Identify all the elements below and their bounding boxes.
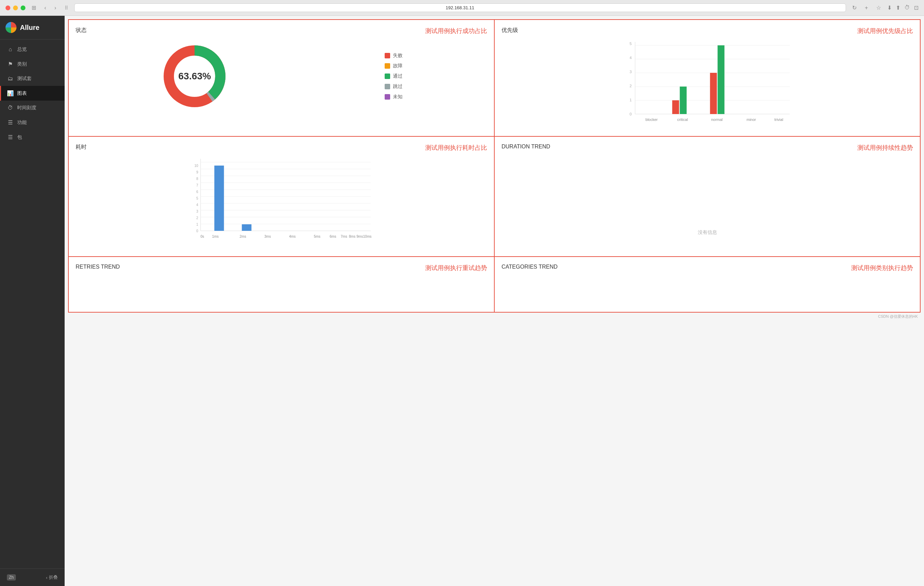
legend-unknown: 未知 bbox=[384, 94, 403, 100]
download-icon[interactable]: ⬇ bbox=[887, 5, 892, 11]
sidebar-item-suites[interactable]: 🗂 测试套 bbox=[0, 71, 64, 86]
back-button[interactable]: ‹ bbox=[42, 4, 48, 12]
svg-text:6: 6 bbox=[196, 190, 198, 194]
retries-trend-title: RETRIES TREND bbox=[76, 264, 120, 270]
sidebar-logo: Allure bbox=[0, 16, 64, 40]
add-tab-button[interactable]: + bbox=[863, 4, 870, 12]
credit-text: CSDN @信爱休息的HK bbox=[878, 314, 918, 318]
categories-trend-card: CATEGORIES TREND 测试用例类别执行趋势 bbox=[495, 257, 920, 312]
duration-title: 耗时 bbox=[76, 143, 87, 151]
list-icon: ☰ bbox=[7, 119, 14, 126]
sidebar-item-overview[interactable]: ⌂ 总览 bbox=[0, 42, 64, 57]
sidebar-nav: ⌂ 总览 ⚑ 类别 🗂 测试套 📊 图表 ⏱ 时间刻度 ☰ 功能 bbox=[0, 40, 64, 568]
svg-rect-18 bbox=[680, 87, 687, 114]
apps-icon[interactable]: ⠿ bbox=[63, 5, 70, 12]
sidebar-item-packages[interactable]: ☰ 包 bbox=[0, 130, 64, 145]
sidebar-item-features[interactable]: ☰ 功能 bbox=[0, 115, 64, 130]
svg-text:8: 8 bbox=[196, 177, 198, 181]
svg-rect-17 bbox=[672, 100, 679, 114]
svg-text:7ms: 7ms bbox=[341, 235, 347, 239]
sidebar-label-features: 功能 bbox=[17, 120, 27, 126]
forward-button[interactable]: › bbox=[52, 4, 58, 12]
sidebar-label-categories: 类别 bbox=[17, 61, 27, 67]
language-badge[interactable]: Zh bbox=[7, 574, 16, 581]
share-icon[interactable]: ⬆ bbox=[896, 5, 900, 11]
browser-actions: ⬇ ⬆ ⏱ ⊡ bbox=[887, 5, 919, 11]
close-button[interactable] bbox=[5, 5, 10, 10]
legend-skipped: 跳过 bbox=[384, 84, 403, 90]
retries-trend-header: RETRIES TREND 测试用例执行重试趋势 bbox=[76, 264, 487, 272]
donut-chart: 63.63% bbox=[160, 42, 229, 110]
svg-rect-48 bbox=[214, 166, 224, 231]
chart-icon: 📊 bbox=[7, 90, 14, 97]
svg-text:normal: normal bbox=[711, 117, 723, 122]
svg-text:2ms: 2ms bbox=[239, 235, 246, 239]
categories-trend-title: CATEGORIES TREND bbox=[502, 264, 558, 270]
no-data-label: 没有信息 bbox=[698, 229, 717, 235]
legend-passed: 通过 bbox=[384, 73, 403, 79]
duration-subtitle: 测试用例执行耗时占比 bbox=[425, 143, 487, 152]
svg-text:3: 3 bbox=[196, 209, 198, 213]
priority-card-header: 优先级 测试用例优先级占比 bbox=[502, 27, 913, 35]
page-footer: CSDN @信爱休息的HK bbox=[68, 313, 921, 321]
priority-bar-chart: 0 1 2 3 4 5 blocker bbox=[505, 38, 909, 128]
flag-icon: ⚑ bbox=[7, 61, 14, 67]
address-bar[interactable]: 192.168.31.11 bbox=[74, 3, 846, 12]
duration-trend-header: DURATION TREND 测试用例持续性趋势 bbox=[502, 143, 913, 152]
duration-card-header: 耗时 测试用例执行耗时占比 bbox=[76, 143, 487, 152]
categories-trend-header: CATEGORIES TREND 测试用例类别执行趋势 bbox=[502, 264, 913, 272]
svg-text:2: 2 bbox=[629, 84, 632, 88]
svg-text:0: 0 bbox=[629, 112, 632, 116]
refresh-button[interactable]: ↻ bbox=[850, 4, 859, 12]
legend-label-failed: 失败 bbox=[393, 53, 403, 59]
legend-color-broken bbox=[384, 63, 390, 69]
collapse-button[interactable]: ‹ 折叠 bbox=[46, 574, 58, 581]
svg-text:2: 2 bbox=[196, 216, 198, 220]
sidebar-item-categories[interactable]: ⚑ 类别 bbox=[0, 57, 64, 71]
more-options-icon[interactable]: ⋮⋮ bbox=[901, 143, 913, 151]
svg-text:10ms: 10ms bbox=[363, 235, 371, 239]
sidebar-toggle[interactable]: ⊞ bbox=[30, 4, 38, 12]
legend-color-passed bbox=[384, 74, 390, 79]
browser-chrome: ⊞ ‹ › ⠿ 192.168.31.11 ↻ + ☆ ⬇ ⬆ ⏱ ⊡ bbox=[0, 0, 924, 16]
svg-text:4: 4 bbox=[196, 203, 198, 207]
package-icon: ☰ bbox=[7, 134, 14, 140]
svg-text:5: 5 bbox=[629, 41, 632, 46]
svg-text:5ms: 5ms bbox=[314, 235, 320, 239]
duration-chart-wrapper: 0 1 2 3 4 5 6 7 8 9 10 bbox=[76, 155, 487, 249]
svg-text:0s: 0s bbox=[200, 235, 204, 239]
app-name: Allure bbox=[20, 24, 40, 31]
bookmark-button[interactable]: ☆ bbox=[874, 4, 883, 12]
main-content: 状态 测试用例执行成功占比 63.63% bbox=[64, 16, 924, 586]
svg-text:7: 7 bbox=[196, 183, 198, 187]
priority-subtitle: 测试用例优先级占比 bbox=[857, 27, 913, 35]
status-legend: 失败 故障 通过 跳过 bbox=[384, 53, 403, 100]
svg-rect-49 bbox=[242, 224, 252, 231]
status-card-header: 状态 测试用例执行成功占比 bbox=[76, 27, 487, 35]
duration-bar-chart: 0 1 2 3 4 5 6 7 8 9 10 bbox=[79, 155, 483, 248]
traffic-lights bbox=[5, 5, 25, 10]
svg-text:9: 9 bbox=[196, 170, 198, 174]
legend-label-broken: 故障 bbox=[393, 63, 403, 69]
home-icon: ⌂ bbox=[7, 46, 14, 53]
sidebar-item-timeline[interactable]: ⏱ 时间刻度 bbox=[0, 100, 64, 115]
svg-text:4ms: 4ms bbox=[289, 235, 295, 239]
retries-trend-card: RETRIES TREND 测试用例执行重试趋势 bbox=[69, 257, 494, 312]
minimize-button[interactable] bbox=[13, 5, 18, 10]
svg-text:6ms: 6ms bbox=[330, 235, 336, 239]
maximize-button[interactable] bbox=[21, 5, 25, 10]
legend-label-passed: 通过 bbox=[393, 73, 403, 79]
svg-text:minor: minor bbox=[747, 117, 756, 122]
sidebar-item-graphs[interactable]: 📊 图表 bbox=[0, 86, 64, 100]
svg-text:10: 10 bbox=[194, 164, 198, 168]
dashboard-grid: 状态 测试用例执行成功占比 63.63% bbox=[68, 19, 921, 313]
window-icon[interactable]: ⊡ bbox=[914, 5, 919, 11]
legend-failed: 失败 bbox=[384, 53, 403, 59]
legend-label-skipped: 跳过 bbox=[393, 84, 403, 90]
duration-trend-card: DURATION TREND 测试用例持续性趋势 ⋮⋮ 没有信息 bbox=[495, 137, 920, 256]
legend-color-skipped bbox=[384, 84, 390, 89]
history-icon[interactable]: ⏱ bbox=[904, 5, 910, 11]
svg-text:trivial: trivial bbox=[774, 117, 784, 122]
retries-trend-subtitle: 测试用例执行重试趋势 bbox=[425, 264, 487, 272]
sidebar-label-graphs: 图表 bbox=[17, 91, 27, 97]
